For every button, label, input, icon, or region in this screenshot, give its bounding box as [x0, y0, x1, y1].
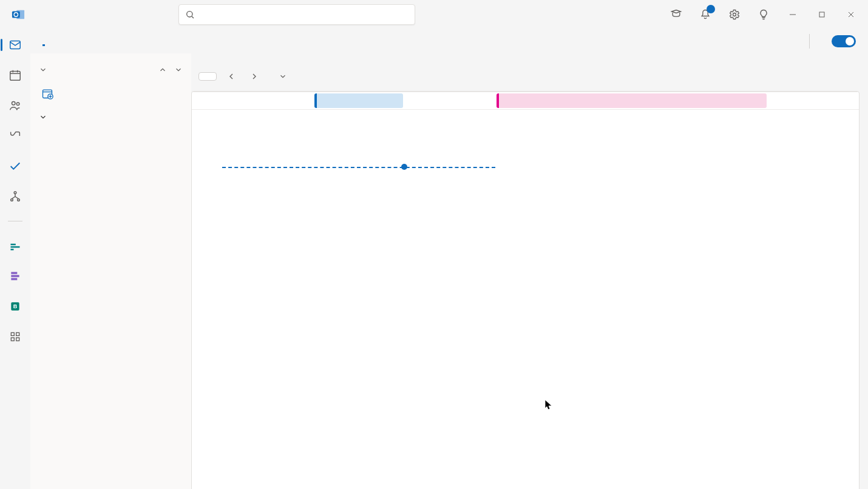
- search-input[interactable]: [201, 10, 409, 20]
- titlebar: [0, 0, 868, 29]
- rail-more-apps-icon[interactable]: [5, 327, 25, 346]
- rail-files-icon[interactable]: [5, 126, 25, 146]
- rail-todo-icon[interactable]: [5, 157, 25, 176]
- svg-rect-7: [819, 12, 824, 17]
- prev-week-icon[interactable]: [223, 68, 240, 85]
- month-collapse-icon[interactable]: [39, 66, 47, 74]
- svg-rect-25: [11, 332, 14, 336]
- svg-point-3: [187, 12, 192, 17]
- notification-badge: [707, 5, 715, 13]
- rail-people-icon[interactable]: [5, 96, 25, 115]
- close-icon[interactable]: [839, 2, 863, 27]
- search-box[interactable]: [178, 4, 415, 25]
- tab-view[interactable]: [59, 38, 62, 45]
- calendar-main: [191, 61, 860, 483]
- calendars-section-header[interactable]: [39, 113, 183, 121]
- svg-rect-11: [10, 72, 21, 81]
- ribbon-tabs: [0, 29, 868, 53]
- tab-help[interactable]: [76, 38, 79, 45]
- next-month-icon[interactable]: [174, 66, 183, 74]
- rail-mail-icon[interactable]: [5, 35, 25, 55]
- svg-rect-26: [16, 332, 19, 336]
- notifications-icon[interactable]: [693, 2, 717, 27]
- today-button[interactable]: [198, 72, 217, 81]
- add-calendar-button[interactable]: [41, 87, 183, 99]
- settings-icon[interactable]: [722, 2, 747, 27]
- tips-icon[interactable]: [751, 2, 776, 27]
- svg-line-4: [192, 16, 194, 18]
- next-week-icon[interactable]: [246, 68, 263, 85]
- new-outlook-toggle[interactable]: [832, 35, 856, 47]
- chevron-down-icon: [279, 72, 287, 81]
- tab-home[interactable]: [42, 37, 45, 46]
- rail-calendar-icon[interactable]: [5, 66, 25, 85]
- date-range-picker[interactable]: [274, 72, 287, 81]
- add-calendar-icon: [41, 87, 53, 99]
- svg-rect-20: [11, 244, 16, 246]
- calendar-toolbar: [191, 61, 860, 91]
- maximize-icon[interactable]: [810, 2, 834, 27]
- svg-rect-10: [10, 41, 21, 49]
- search-icon: [185, 10, 195, 19]
- svg-point-18: [11, 199, 13, 201]
- allday-row: [192, 92, 859, 110]
- svg-point-16: [16, 103, 19, 106]
- svg-rect-22: [11, 249, 14, 251]
- left-rail: B: [0, 29, 30, 489]
- outlook-app-icon: [10, 6, 27, 23]
- rail-bookings-icon[interactable]: B: [5, 297, 25, 316]
- training-icon[interactable]: [664, 2, 688, 27]
- svg-rect-27: [11, 338, 14, 341]
- minimize-icon[interactable]: [781, 2, 805, 27]
- calendar-sidebar: [30, 53, 191, 489]
- svg-text:B: B: [13, 303, 18, 309]
- svg-rect-21: [11, 246, 20, 248]
- allday-event[interactable]: [314, 93, 403, 108]
- calendar-surface[interactable]: [191, 91, 860, 489]
- prev-month-icon[interactable]: [158, 66, 167, 74]
- svg-rect-28: [16, 338, 19, 341]
- rail-app1-icon[interactable]: [5, 236, 25, 255]
- rail-yammer-icon[interactable]: [5, 266, 25, 286]
- rail-org-icon[interactable]: [5, 187, 25, 206]
- svg-point-15: [12, 102, 16, 106]
- allday-event[interactable]: [497, 93, 767, 108]
- svg-point-5: [733, 13, 736, 16]
- svg-point-19: [18, 199, 20, 201]
- svg-point-17: [14, 192, 16, 194]
